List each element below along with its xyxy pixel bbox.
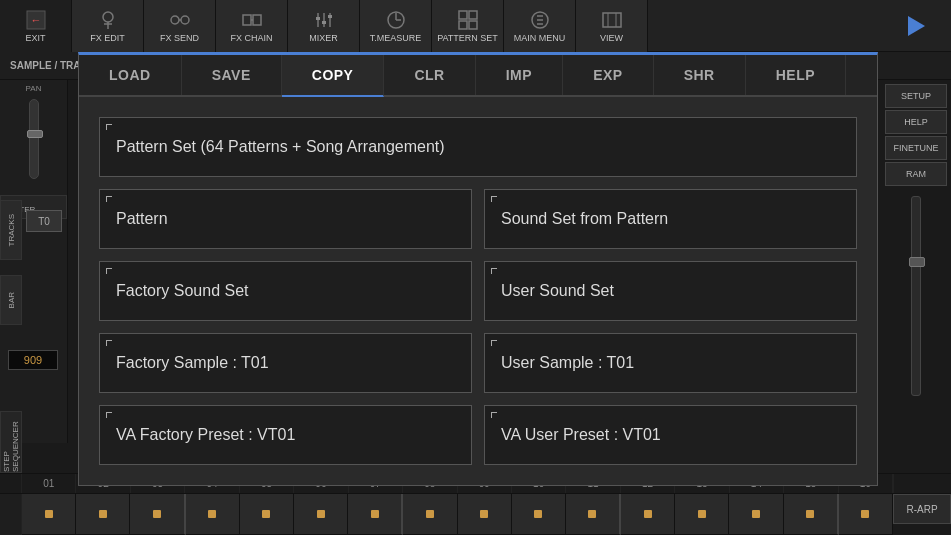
pattern-set-button[interactable]: PATTERN SET [432, 0, 504, 52]
user-sound-set-option[interactable]: User Sound Set [484, 261, 857, 321]
tab-load[interactable]: LOAD [79, 55, 182, 95]
pattern-option[interactable]: Pattern [99, 189, 472, 249]
fx-send-label: FX SEND [160, 33, 199, 43]
seq-btn-02[interactable] [76, 494, 130, 535]
fx-edit-button[interactable]: FX EDIT [72, 0, 144, 52]
tab-shr[interactable]: SHR [654, 55, 746, 95]
mixer-button[interactable]: MIXER [288, 0, 360, 52]
r-arp-button[interactable]: R-ARP [893, 494, 951, 524]
seq-btn-03[interactable] [130, 494, 185, 535]
seq-btn-06[interactable] [294, 494, 348, 535]
svg-rect-21 [469, 11, 477, 19]
fx-edit-label: FX EDIT [90, 33, 125, 43]
svg-rect-20 [459, 11, 467, 19]
mixer-label: MIXER [309, 33, 338, 43]
t-measure-label: T.MEASURE [370, 33, 422, 43]
pattern-set-option[interactable]: Pattern Set (64 Patterns + Song Arrangem… [99, 117, 857, 177]
seq-buttons: R-ARP [0, 494, 951, 535]
fx-chain-label: FX CHAIN [230, 33, 272, 43]
svg-rect-14 [316, 17, 320, 20]
fx-chain-button[interactable]: FX CHAIN [216, 0, 288, 52]
t-measure-button[interactable]: T.MEASURE [360, 0, 432, 52]
seq-btn-15[interactable] [784, 494, 839, 535]
top-toolbar: ← EXIT FX EDIT FX SEND FX CHAIN [0, 0, 951, 52]
seq-btn-05[interactable] [240, 494, 294, 535]
seq-btn-16[interactable] [839, 494, 893, 535]
seq-label-01: 01 [22, 474, 76, 493]
svg-rect-22 [459, 21, 467, 29]
main-menu-button[interactable]: MAIN MENU [504, 0, 576, 52]
svg-text:←: ← [30, 14, 41, 26]
modal-body: Pattern Set (64 Patterns + Song Arrangem… [79, 97, 877, 485]
seq-btn-14[interactable] [729, 494, 783, 535]
step-sequencer-label[interactable]: STEP SEQUENCER [0, 411, 22, 473]
seq-btn-07[interactable] [348, 494, 403, 535]
seq-btn-13[interactable] [675, 494, 729, 535]
seq-btn-10[interactable] [512, 494, 566, 535]
sound-set-from-pattern-option[interactable]: Sound Set from Pattern [484, 189, 857, 249]
exit-button[interactable]: ← EXIT [0, 0, 72, 52]
tab-copy[interactable]: COPY [282, 55, 385, 97]
setup-button[interactable]: SETUP [885, 84, 947, 108]
tab-imp[interactable]: IMP [476, 55, 563, 95]
svg-point-2 [103, 12, 113, 22]
seq-btn-04[interactable] [186, 494, 240, 535]
option-row-4: Factory Sample : T01 User Sample : T01 [99, 333, 857, 393]
svg-rect-28 [603, 13, 621, 27]
exit-label: EXIT [25, 33, 45, 43]
option-row-5: VA Factory Preset : VT01 VA User Preset … [99, 405, 857, 465]
user-sample-option[interactable]: User Sample : T01 [484, 333, 857, 393]
svg-rect-15 [322, 21, 326, 24]
tab-save[interactable]: SAVE [182, 55, 282, 95]
main-menu-label: MAIN MENU [514, 33, 566, 43]
modal-dialog: LOAD SAVE COPY CLR IMP EXP SHR HELP Patt… [78, 52, 878, 486]
bar-button[interactable]: BAR [0, 275, 22, 325]
view-button[interactable]: VIEW [576, 0, 648, 52]
svg-point-5 [171, 16, 179, 24]
svg-rect-9 [253, 15, 261, 25]
seq-btn-11[interactable] [566, 494, 621, 535]
pan-slider[interactable] [29, 99, 39, 179]
tab-exp[interactable]: EXP [563, 55, 654, 95]
option-row-1: Pattern Set (64 Patterns + Song Arrangem… [99, 117, 857, 177]
factory-sample-option[interactable]: Factory Sample : T01 [99, 333, 472, 393]
pan-label: PAN [0, 80, 67, 93]
finetune-button[interactable]: FINETUNE [885, 136, 947, 160]
modal-tab-bar: LOAD SAVE COPY CLR IMP EXP SHR HELP [79, 55, 877, 97]
svg-marker-31 [908, 16, 925, 36]
tab-help[interactable]: HELP [746, 55, 846, 95]
svg-rect-16 [328, 15, 332, 18]
right-slider[interactable] [911, 196, 921, 396]
svg-rect-23 [469, 21, 477, 29]
help-button[interactable]: HELP [885, 110, 947, 134]
t0-button[interactable]: T0 [26, 210, 62, 232]
fx-send-button[interactable]: FX SEND [144, 0, 216, 52]
va-user-preset-option[interactable]: VA User Preset : VT01 [484, 405, 857, 465]
tracks-button[interactable]: TRACKS [0, 200, 22, 260]
factory-sound-set-option[interactable]: Factory Sound Set [99, 261, 472, 321]
pattern-set-label: PATTERN SET [437, 33, 498, 43]
ram-button[interactable]: RAM [885, 162, 947, 186]
tab-clr[interactable]: CLR [384, 55, 475, 95]
seq-btn-01[interactable] [22, 494, 76, 535]
seq-btn-09[interactable] [458, 494, 512, 535]
view-label: VIEW [600, 33, 623, 43]
display-909: 909 [8, 350, 58, 370]
option-row-3: Factory Sound Set User Sound Set [99, 261, 857, 321]
svg-point-6 [181, 16, 189, 24]
option-row-2: Pattern Sound Set from Pattern [99, 189, 857, 249]
va-factory-preset-option[interactable]: VA Factory Preset : VT01 [99, 405, 472, 465]
seq-btn-12[interactable] [621, 494, 675, 535]
seq-btn-08[interactable] [403, 494, 457, 535]
svg-rect-8 [243, 15, 251, 25]
